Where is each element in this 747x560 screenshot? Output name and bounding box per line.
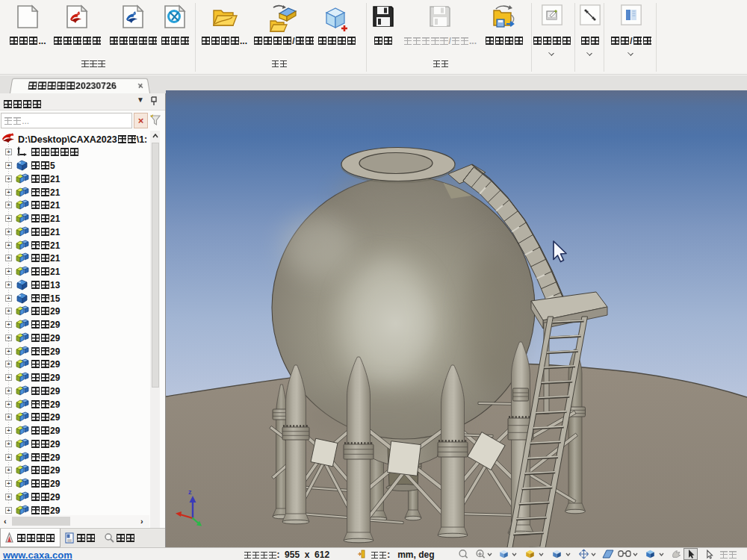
svg-text:z: z: [188, 488, 192, 496]
